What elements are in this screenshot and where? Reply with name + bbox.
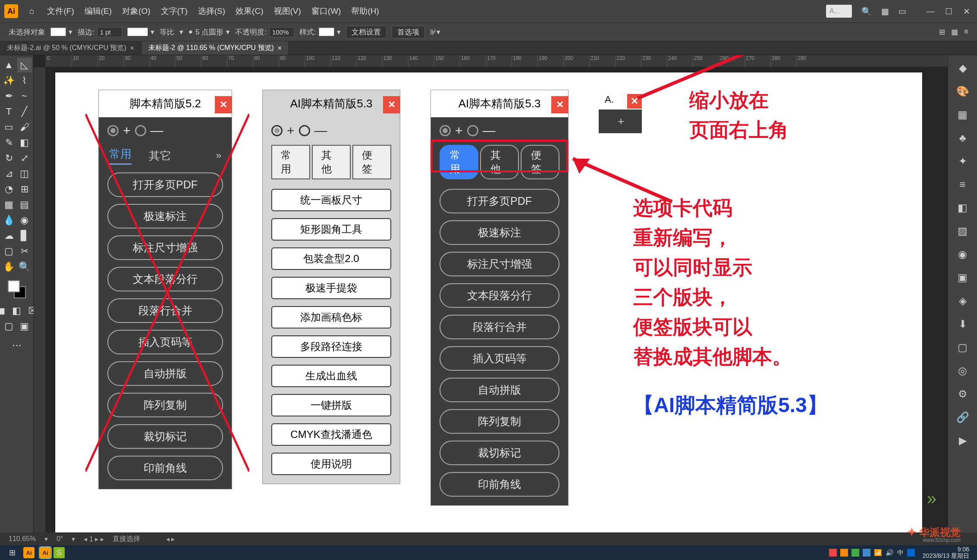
draw-mode-icon[interactable]: ▢ [2,319,16,334]
panel-52-tab-other[interactable]: 其它 [149,148,171,163]
doc-tab-1[interactable]: 未标题-2.ai @ 50 % (CMYK/CPU 预览) × [0,41,141,55]
panel-53d-btn-2[interactable]: 标注尺寸增强 [440,252,559,276]
play-panel-icon[interactable]: ▶ [954,432,971,449]
align-icon[interactable]: ⊮▾ [430,28,440,37]
minimize-button[interactable]: — [924,5,936,17]
radio-icon[interactable] [135,125,146,136]
panel-52-tab-active[interactable]: 常用 [109,147,132,165]
chevron-right-icon[interactable]: » [216,150,221,161]
swatches-panel-icon[interactable]: ▦ [954,106,971,123]
menu-type[interactable]: 文字(T) [161,6,188,17]
tab-other[interactable]: 其他 [312,145,351,179]
panel-52-btn-5[interactable]: 插入页码等 [107,330,223,354]
artboard-nav[interactable]: 1 [89,535,93,543]
selection-tool[interactable]: ▲ [2,58,16,72]
panel-53d-btn-7[interactable]: 阵列复制 [440,409,559,434]
start-button[interactable]: ⊞ [3,547,21,559]
eraser-tool[interactable]: ◧ [17,135,32,150]
opacity-input[interactable] [269,27,294,37]
tab-notes[interactable]: 便签 [352,145,391,179]
stroke-panel-icon[interactable]: ≡ [954,176,971,193]
actions-panel-icon[interactable]: ⚙ [954,385,971,403]
panel-grid-icon[interactable]: ▦ [951,28,958,37]
properties-panel-icon[interactable]: ◆ [954,59,971,77]
tray-icon-1[interactable] [829,549,837,557]
color-panel-icon[interactable]: 🎨 [954,83,971,100]
prefs-button[interactable]: 首选项 [392,26,425,38]
panel-53l-btn-4[interactable]: 添加画稿色标 [271,306,391,328]
menu-effect[interactable]: 效果(C) [236,6,263,17]
slice-tool[interactable]: ✂ [17,244,32,259]
tab-common[interactable]: 常用 [440,145,478,179]
asset-export-panel-icon[interactable]: ⬇ [954,316,971,333]
arrange-icon[interactable]: ▦ [881,6,889,16]
taskbar-ai-icon-active[interactable]: Ai [40,547,51,558]
taskbar-app-icon[interactable]: S [53,547,65,558]
libraries-panel-icon[interactable]: ◎ [954,362,971,379]
maximize-button[interactable]: ☐ [942,5,955,17]
radio-selected-icon[interactable] [440,125,451,136]
shape-builder-tool[interactable]: ◔ [2,182,16,197]
lasso-tool[interactable]: ⌇ [17,73,32,88]
doc-setup-button[interactable]: 文档设置 [346,26,386,38]
shaper-tool[interactable]: ✎ [2,135,16,150]
panel-53l-btn-8[interactable]: CMYK查找潘通色 [271,423,391,446]
symbols-panel-icon[interactable]: ✦ [954,153,971,170]
panel-52-btn-7[interactable]: 阵列复制 [107,393,223,417]
panel-52-btn-8[interactable]: 裁切标记 [107,424,223,449]
panel-52-btn-0[interactable]: 打开多页PDF [107,172,223,197]
tray-ime-icon[interactable]: 中 [897,549,904,557]
tray-volume-icon[interactable]: 🔊 [886,549,894,557]
eyedropper-tool[interactable]: 💧 [2,213,16,228]
close-button[interactable]: ✕ [961,5,973,17]
panel-53l-btn-2[interactable]: 包装盒型2.0 [271,247,391,270]
panel-52-btn-4[interactable]: 段落行合并 [107,298,223,323]
appearance-panel-icon[interactable]: ◉ [954,246,971,263]
panel-52-btn-9[interactable]: 印前角线 [107,456,223,480]
mesh-tool[interactable]: ▦ [2,197,16,212]
uniform-label[interactable]: 等比 [160,27,174,37]
stroke-input[interactable] [97,27,122,37]
graphic-styles-panel-icon[interactable]: ▣ [954,269,971,286]
menu-help[interactable]: 帮助(H) [351,6,379,17]
gradient-panel-icon[interactable]: ◧ [954,199,971,216]
home-icon[interactable]: ⌂ [29,6,34,16]
artboards-panel-icon[interactable]: ▢ [954,339,971,356]
stroke-swatch[interactable] [127,28,148,36]
edit-toolbar-icon[interactable]: ⋯ [9,338,24,353]
panel-52-btn-2[interactable]: 标注尺寸增强 [107,235,223,260]
pen-tool[interactable]: ✒ [2,89,16,103]
panel-53l-btn-6[interactable]: 生成出血线 [271,365,391,387]
radio-selected-icon[interactable] [606,117,614,126]
panel-53d-btn-0[interactable]: 打开多页PDF [440,189,559,213]
panel-53l-btn-1[interactable]: 矩形圆角工具 [271,218,391,241]
layers-panel-icon[interactable]: ◈ [954,292,971,310]
curvature-tool[interactable]: ~ [17,89,32,103]
menu-select[interactable]: 选择(S) [198,6,225,17]
zoom-level[interactable]: 110.65% [9,535,36,543]
free-transform-tool[interactable]: ◫ [17,166,32,181]
panel-53d-btn-3[interactable]: 文本段落分行 [440,283,559,308]
type-tool[interactable]: T [2,104,16,119]
zoom-tool[interactable]: 🔍 [17,260,32,274]
graph-tool[interactable]: ▊ [17,228,32,243]
tray-icon-3[interactable] [851,549,859,557]
panel-53l-btn-9[interactable]: 使用说明 [271,453,391,475]
panel-53l-btn-7[interactable]: 一键拼版 [271,394,391,416]
panel-52-btn-3[interactable]: 文本段落分行 [107,267,223,291]
panel-52-btn-6[interactable]: 自动拼版 [107,361,223,386]
gradient-tool[interactable]: ▤ [17,197,32,212]
menu-edit[interactable]: 编辑(E) [85,6,112,17]
tray-icon-2[interactable] [840,549,848,557]
brushes-panel-icon[interactable]: ♣ [954,129,971,147]
tab-common[interactable]: 常用 [271,145,310,179]
panel-53d-btn-6[interactable]: 自动拼版 [440,378,559,402]
hand-tool[interactable]: ✋ [2,260,16,274]
line-tool[interactable]: ╱ [17,104,32,119]
fill-mode-icon[interactable]: ◼ [0,303,9,318]
panel-52-btn-1[interactable]: 极速标注 [107,204,223,228]
panel-53-light-close[interactable]: ✕ [383,96,400,113]
direct-selection-tool[interactable]: ◺ [17,58,32,72]
panel-menu-icon[interactable]: ≡ [964,28,968,37]
panel-53-dark-close[interactable]: ✕ [551,96,569,113]
